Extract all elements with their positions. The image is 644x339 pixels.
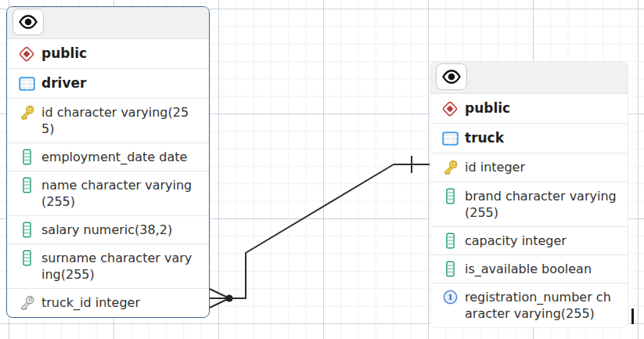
primary-key-icon [16,104,37,121]
svg-text:1: 1 [448,293,453,301]
column-text: id integer [465,159,525,175]
entity-driver[interactable]: public driver id char [6,6,210,318]
entity-driver-header [7,7,209,39]
unique-index-icon: 1 [440,289,460,305]
table-name: driver [41,74,86,92]
column-icon [440,188,460,204]
column-row-registration-number[interactable]: 1 registration_number character varying(… [430,283,628,327]
entity-truck-header [430,62,628,94]
column-icon [440,261,460,277]
table-icon [440,129,460,147]
column-row-brand[interactable]: brand character varying(255) [430,182,628,226]
table-icon [16,74,37,92]
column-icon [16,177,37,193]
column-icon [16,250,37,266]
schema-icon [16,45,37,63]
column-icon [440,233,460,249]
column-row-capacity[interactable]: capacity integer [430,226,628,254]
column-text: surname character varying(255) [41,250,195,283]
column-row-truck-id[interactable]: truck_id integer [7,288,209,317]
column-row-id[interactable]: id character varying(255) [7,98,209,142]
relationship-driver-truck[interactable] [210,156,430,308]
eye-icon [441,67,462,86]
foreign-key-icon [16,294,37,312]
text-cursor [631,308,634,324]
column-text: employment_date date [41,149,187,165]
schema-row[interactable]: public [430,94,628,123]
entity-truck[interactable]: public truck id integ [430,61,628,328]
column-text: truck_id integer [41,294,140,311]
column-row-id[interactable]: id integer [430,153,628,182]
column-row-salary[interactable]: salary numeric(38,2) [7,215,209,243]
table-name-row[interactable]: driver [7,68,209,98]
column-text: is_available boolean [465,261,592,277]
schema-name: public [465,99,510,117]
column-icon [16,222,37,238]
table-name-row[interactable]: truck [430,123,628,153]
column-row-is-available[interactable]: is_available boolean [430,254,628,283]
column-text: capacity integer [465,233,567,249]
visibility-button[interactable] [436,63,467,90]
column-text: name character varying(255) [41,177,195,210]
schema-name: public [41,45,87,63]
column-row-name[interactable]: name character varying(255) [7,171,209,215]
column-icon [16,149,37,165]
column-text: id character varying(255) [41,104,195,137]
diagram-canvas[interactable]: public driver id char [0,0,644,339]
column-row-employment-date[interactable]: employment_date date [7,142,209,171]
column-text: registration_number character varying(25… [465,289,618,322]
relationship-line [229,164,430,298]
eye-icon [18,13,38,31]
visibility-button[interactable] [13,9,44,35]
column-text: brand character varying(255) [465,188,618,221]
column-row-surname[interactable]: surname character varying(255) [7,243,209,288]
schema-icon [440,99,460,117]
schema-row[interactable]: public [7,39,209,68]
table-name: truck [465,129,504,147]
column-text: salary numeric(38,2) [41,222,172,238]
primary-key-icon [440,159,460,176]
